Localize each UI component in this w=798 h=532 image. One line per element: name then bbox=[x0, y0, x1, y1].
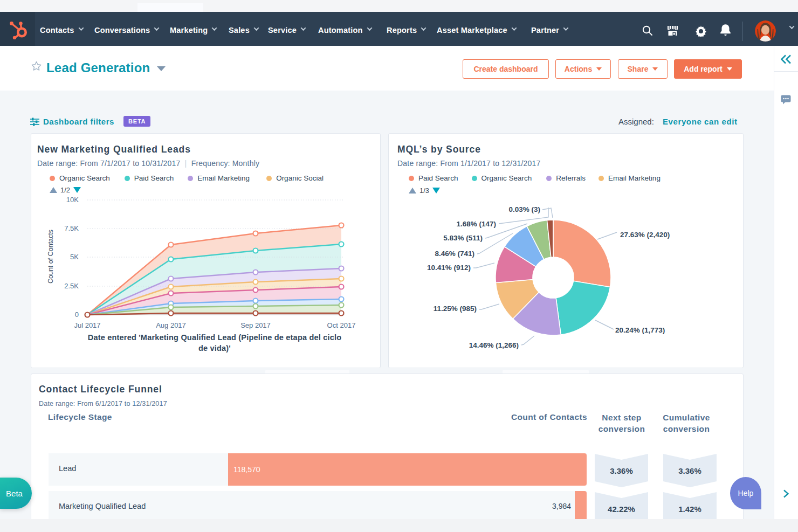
svg-text:0.03% (3): 0.03% (3) bbox=[508, 205, 540, 213]
svg-text:14.46% (1,266): 14.46% (1,266) bbox=[469, 341, 519, 349]
svg-text:Date entered 'Marketing Qualif: Date entered 'Marketing Qualified Lead (… bbox=[88, 333, 342, 342]
svg-text:Jul 2017: Jul 2017 bbox=[74, 321, 100, 329]
svg-text:Aug 2017: Aug 2017 bbox=[156, 321, 186, 329]
svg-text:10.41% (912): 10.41% (912) bbox=[427, 264, 471, 272]
svg-text:0: 0 bbox=[75, 310, 79, 319]
svg-text:5K: 5K bbox=[70, 253, 79, 261]
svg-text:2.5K: 2.5K bbox=[64, 282, 79, 290]
svg-text:5.83% (511): 5.83% (511) bbox=[443, 234, 483, 242]
svg-text:7.5K: 7.5K bbox=[64, 224, 79, 232]
svg-text:8.46% (741): 8.46% (741) bbox=[435, 250, 474, 258]
svg-text:10K: 10K bbox=[66, 196, 79, 204]
svg-text:Count of Contacts: Count of Contacts bbox=[47, 230, 54, 284]
svg-text:de vida)': de vida)' bbox=[198, 344, 231, 353]
svg-text:20.24% (1,773): 20.24% (1,773) bbox=[615, 326, 665, 334]
svg-text:Oct 2017: Oct 2017 bbox=[327, 321, 356, 329]
svg-text:11.25% (985): 11.25% (985) bbox=[434, 305, 477, 313]
svg-text:1.68% (147): 1.68% (147) bbox=[456, 220, 496, 228]
svg-text:27.63% (2,420): 27.63% (2,420) bbox=[620, 231, 670, 239]
svg-text:Sep 2017: Sep 2017 bbox=[240, 321, 271, 329]
